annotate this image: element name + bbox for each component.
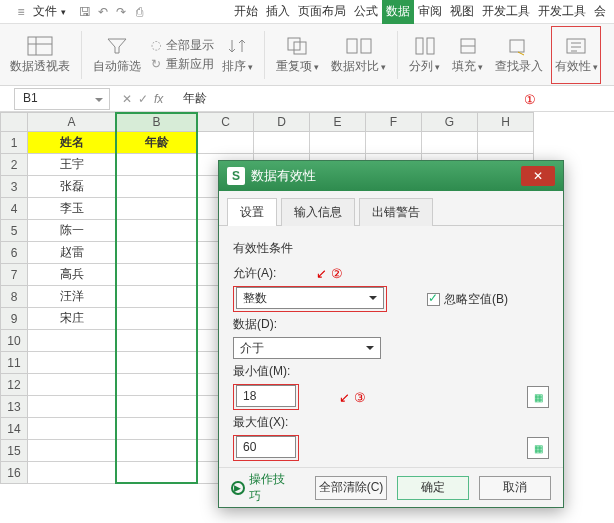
ribbon-fill[interactable]: 填充▾ — [448, 26, 487, 84]
cell[interactable] — [116, 418, 198, 440]
cell[interactable] — [116, 396, 198, 418]
cell[interactable]: 宋庄 — [28, 308, 116, 330]
cell[interactable] — [366, 132, 422, 154]
column-header[interactable]: H — [478, 112, 534, 132]
row-header[interactable]: 12 — [0, 374, 28, 396]
cell[interactable] — [28, 462, 116, 484]
column-header[interactable]: D — [254, 112, 310, 132]
cancel-button[interactable]: 取消 — [479, 476, 551, 500]
main-tab-插入[interactable]: 插入 — [262, 0, 294, 24]
accept-formula-icon[interactable]: ✓ — [138, 92, 148, 106]
quick-save-icon[interactable]: 🖫 — [77, 4, 93, 20]
dialog-tab-出错警告[interactable]: 出错警告 — [359, 198, 433, 226]
cell[interactable] — [116, 352, 198, 374]
cell[interactable]: 陈一 — [28, 220, 116, 242]
row-header[interactable]: 9 — [0, 308, 28, 330]
row-header[interactable]: 7 — [0, 264, 28, 286]
cell[interactable]: 王宇 — [28, 154, 116, 176]
quick-print-icon[interactable]: ⎙ — [131, 4, 147, 20]
row-header[interactable]: 5 — [0, 220, 28, 242]
tips-link[interactable]: ▶操作技巧 — [231, 471, 295, 505]
cell[interactable]: 赵雷 — [28, 242, 116, 264]
row-header[interactable]: 13 — [0, 396, 28, 418]
main-tab-页面布局[interactable]: 页面布局 — [294, 0, 350, 24]
ok-button[interactable]: 确定 — [397, 476, 469, 500]
ribbon-validation[interactable]: 有效性▾ — [551, 26, 601, 84]
row-header[interactable]: 15 — [0, 440, 28, 462]
cell[interactable] — [28, 396, 116, 418]
cell[interactable] — [422, 132, 478, 154]
ribbon-show-all[interactable]: ◌全部显示 — [149, 37, 214, 54]
cell[interactable] — [478, 132, 534, 154]
cell[interactable] — [116, 286, 198, 308]
main-tab-公式[interactable]: 公式 — [350, 0, 382, 24]
cell[interactable] — [116, 330, 198, 352]
clear-all-button[interactable]: 全部清除(C) — [315, 476, 387, 500]
cell[interactable] — [310, 132, 366, 154]
range-picker-icon[interactable]: ▦ — [527, 437, 549, 459]
ribbon-reapply[interactable]: ↻重新应用 — [149, 56, 214, 73]
row-header[interactable]: 8 — [0, 286, 28, 308]
row-header[interactable]: 14 — [0, 418, 28, 440]
cell[interactable] — [254, 132, 310, 154]
cell[interactable] — [116, 154, 198, 176]
ribbon-sort[interactable]: 排序▾ — [218, 26, 257, 84]
main-tab-开发工具[interactable]: 开发工具 — [478, 0, 534, 24]
main-tab-开始[interactable]: 开始 — [230, 0, 262, 24]
cell[interactable] — [28, 330, 116, 352]
row-header[interactable]: 10 — [0, 330, 28, 352]
allow-combo[interactable]: 整数 — [236, 287, 384, 309]
cell[interactable] — [116, 374, 198, 396]
range-picker-icon[interactable]: ▦ — [527, 386, 549, 408]
cell[interactable] — [28, 374, 116, 396]
cell[interactable]: 李玉 — [28, 198, 116, 220]
cell[interactable] — [116, 264, 198, 286]
main-tab-数据[interactable]: 数据 — [382, 0, 414, 24]
min-input[interactable]: 18 — [236, 385, 296, 407]
max-input[interactable]: 60 — [236, 436, 296, 458]
row-header[interactable]: 11 — [0, 352, 28, 374]
ribbon-duplicates[interactable]: 重复项▾ — [272, 26, 323, 84]
cell[interactable]: 高兵 — [28, 264, 116, 286]
row-header[interactable]: 3 — [0, 176, 28, 198]
column-header[interactable]: A — [28, 112, 116, 132]
dialog-tab-设置[interactable]: 设置 — [227, 198, 277, 226]
name-box[interactable]: B1 — [14, 88, 110, 110]
cell[interactable] — [116, 242, 198, 264]
column-header[interactable]: C — [198, 112, 254, 132]
column-header[interactable]: B — [116, 112, 198, 132]
row-header[interactable]: 16 — [0, 462, 28, 484]
ribbon-autofilter[interactable]: 自动筛选 — [89, 32, 145, 77]
data-combo[interactable]: 介于 — [233, 337, 381, 359]
quick-undo-icon[interactable]: ↶ — [95, 4, 111, 20]
ribbon-pivot[interactable]: 数据透视表 — [6, 26, 74, 84]
select-all-corner[interactable] — [0, 112, 28, 132]
cancel-formula-icon[interactable]: ✕ — [122, 92, 132, 106]
cell[interactable]: 年龄 — [116, 132, 198, 154]
column-header[interactable]: G — [422, 112, 478, 132]
ribbon-text2col[interactable]: 分列▾ — [405, 26, 444, 84]
fx-icon[interactable]: fx — [154, 92, 163, 106]
cell[interactable] — [116, 440, 198, 462]
main-tab-视图[interactable]: 视图 — [446, 0, 478, 24]
ribbon-compare[interactable]: 数据对比▾ — [327, 26, 390, 84]
cell[interactable] — [116, 198, 198, 220]
close-icon[interactable]: ✕ — [521, 166, 555, 186]
cell[interactable] — [116, 176, 198, 198]
cell[interactable]: 汪洋 — [28, 286, 116, 308]
main-tab-审阅[interactable]: 审阅 — [414, 0, 446, 24]
cell[interactable] — [28, 440, 116, 462]
quick-redo-icon[interactable]: ↷ — [113, 4, 129, 20]
column-header[interactable]: F — [366, 112, 422, 132]
dialog-titlebar[interactable]: S 数据有效性 ✕ — [219, 161, 563, 191]
cell[interactable] — [198, 132, 254, 154]
column-header[interactable]: E — [310, 112, 366, 132]
row-header[interactable]: 2 — [0, 154, 28, 176]
row-header[interactable]: 6 — [0, 242, 28, 264]
cell[interactable] — [28, 418, 116, 440]
main-tab-开发工具[interactable]: 开发工具 — [534, 0, 590, 24]
cell[interactable] — [116, 220, 198, 242]
dialog-tab-输入信息[interactable]: 输入信息 — [281, 198, 355, 226]
row-header[interactable]: 1 — [0, 132, 28, 154]
cell[interactable]: 张磊 — [28, 176, 116, 198]
